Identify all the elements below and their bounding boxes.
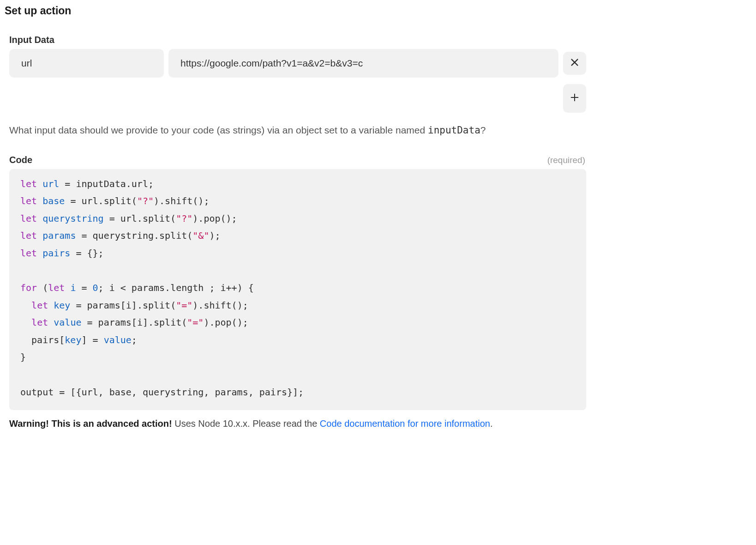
helper-suffix: ? xyxy=(480,125,486,135)
page-title: Set up action xyxy=(5,5,586,17)
add-row-button[interactable] xyxy=(563,84,586,113)
required-tag: (required) xyxy=(547,155,585,165)
warning-body: Uses Node 10.x.x. Please read the xyxy=(172,418,320,429)
input-value-field[interactable] xyxy=(168,49,558,78)
plus-icon xyxy=(570,92,580,104)
helper-code: inputData xyxy=(428,125,480,136)
warning-period: . xyxy=(490,418,493,429)
remove-row-button[interactable] xyxy=(563,52,586,75)
warning-bold: Warning! This is an advanced action! xyxy=(9,418,172,429)
input-key-field[interactable] xyxy=(9,49,164,78)
input-data-label: Input Data xyxy=(9,35,586,45)
input-data-row xyxy=(9,49,586,78)
helper-prefix: What input data should we provide to you… xyxy=(9,125,428,135)
code-section: Code (required) let url = inputData.url;… xyxy=(5,155,586,431)
input-data-section: Input Data What input data should we pro… xyxy=(5,35,586,138)
warning-text: Warning! This is an advanced action! Use… xyxy=(9,417,586,430)
close-icon xyxy=(570,57,580,69)
input-data-helper: What input data should we provide to you… xyxy=(9,123,586,138)
code-docs-link[interactable]: Code documentation for more information xyxy=(320,418,490,429)
code-label: Code xyxy=(9,155,32,165)
code-editor[interactable]: let url = inputData.url; let base = url.… xyxy=(9,169,586,411)
